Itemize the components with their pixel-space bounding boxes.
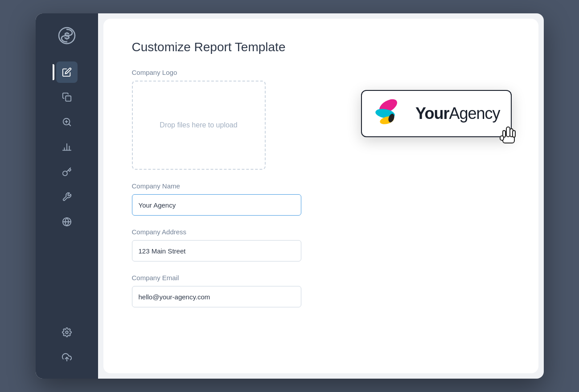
svg-rect-2 [66, 96, 71, 101]
company-name-section: Company Name [132, 182, 510, 216]
main-content: Customize Report Template Company Logo D… [103, 19, 538, 373]
svg-rect-24 [500, 136, 504, 140]
page-title: Customize Report Template [132, 40, 510, 54]
logo-preview-popup: YourAgency [361, 90, 511, 137]
sidebar-nav [36, 61, 98, 233]
cursor-hand-icon [497, 122, 520, 150]
company-email-label: Company Email [132, 274, 510, 282]
svg-rect-20 [506, 127, 510, 137]
sidebar-item-chart[interactable] [56, 136, 78, 158]
company-name-wrapper [132, 194, 510, 216]
svg-line-4 [69, 124, 70, 126]
app-container: $ [36, 13, 544, 379]
sidebar-item-globe[interactable] [56, 211, 78, 233]
svg-point-13 [66, 331, 68, 334]
company-address-section: Company Address [132, 228, 510, 261]
sidebar-item-key[interactable] [56, 161, 78, 183]
company-name-label: Company Name [132, 182, 510, 190]
svg-rect-22 [513, 131, 515, 137]
company-address-label: Company Address [132, 228, 510, 236]
company-address-input[interactable] [132, 240, 301, 261]
logo-text-bold: Your [415, 104, 449, 122]
sidebar-item-tools[interactable] [56, 186, 78, 208]
sidebar-item-copy[interactable] [56, 86, 78, 108]
logo-preview-icon [373, 98, 408, 129]
logo-upload-placeholder: Drop files here to upload [160, 120, 237, 131]
sidebar-item-search[interactable] [56, 111, 78, 133]
sidebar-item-edit[interactable] [56, 61, 78, 83]
sidebar-item-upload[interactable] [56, 347, 78, 368]
logo-label: Company Logo [132, 69, 510, 76]
company-email-section: Company Email [132, 274, 510, 307]
company-email-input[interactable] [132, 286, 301, 307]
logo-preview-text: YourAgency [415, 104, 500, 123]
logo-upload-dropzone[interactable]: Drop files here to upload [132, 81, 266, 170]
app-logo-icon: $ [55, 24, 78, 47]
company-name-input[interactable] [132, 194, 301, 216]
sidebar: $ [36, 13, 98, 379]
logo-text-normal: Agency [449, 104, 500, 122]
sidebar-item-settings[interactable] [56, 322, 78, 343]
sidebar-bottom [56, 322, 78, 368]
